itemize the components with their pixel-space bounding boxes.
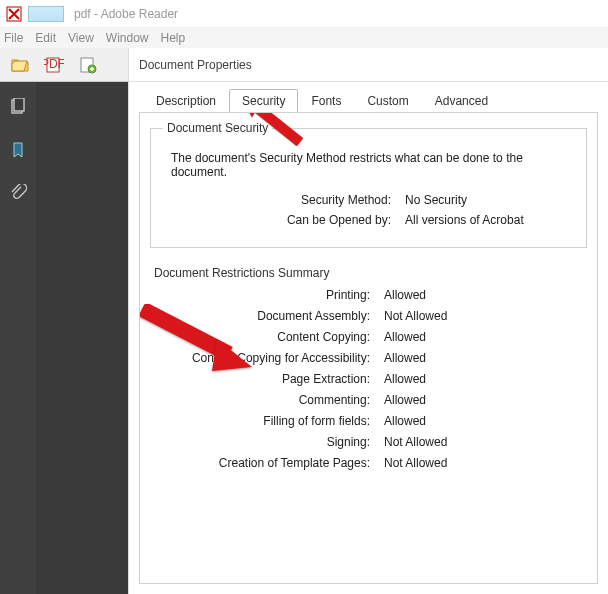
restriction-row: Document Assembly:Not Allowed (150, 309, 587, 323)
restrictions-list: Printing:AllowedDocument Assembly:Not Al… (150, 288, 587, 470)
menu-bar: File Edit View Window Help (0, 28, 608, 48)
restriction-row: Content Copying for Accessibility:Allowe… (150, 351, 587, 365)
menu-view[interactable]: View (68, 31, 94, 45)
opened-by-value: All versions of Acrobat (405, 213, 524, 227)
tab-custom[interactable]: Custom (354, 89, 421, 113)
tab-description[interactable]: Description (143, 89, 229, 113)
restriction-row: Creation of Template Pages:Not Allowed (150, 456, 587, 470)
document-properties-dialog: Document Properties Description Security… (128, 48, 608, 594)
toolbar: PDF (0, 48, 128, 82)
menu-edit[interactable]: Edit (35, 31, 56, 45)
restriction-row: Printing:Allowed (150, 288, 587, 302)
title-bar: pdf - Adobe Reader (0, 0, 608, 28)
restriction-label: Filling of form fields: (150, 414, 370, 428)
attachments-panel-icon[interactable] (9, 184, 27, 205)
restriction-value: Allowed (384, 351, 426, 365)
svg-rect-6 (14, 98, 24, 111)
opened-by-label: Can be Opened by: (171, 213, 391, 227)
restriction-label: Creation of Template Pages: (150, 456, 370, 470)
security-help-text: The document's Security Method restricts… (171, 151, 574, 179)
menu-help[interactable]: Help (161, 31, 186, 45)
save-pdf-button[interactable]: PDF (40, 52, 68, 78)
document-thumbnail (28, 6, 64, 22)
menu-file[interactable]: File (4, 31, 23, 45)
adobe-reader-icon (6, 6, 22, 22)
restriction-label: Content Copying for Accessibility: (150, 351, 370, 365)
restriction-label: Commenting: (150, 393, 370, 407)
svg-text:PDF: PDF (44, 57, 64, 71)
restriction-value: Not Allowed (384, 456, 447, 470)
create-pdf-button[interactable] (74, 52, 102, 78)
document-background (36, 82, 128, 594)
restriction-row: Signing:Not Allowed (150, 435, 587, 449)
tab-panel-security: Document Security The document's Securit… (139, 112, 598, 584)
restriction-label: Printing: (150, 288, 370, 302)
pages-panel-icon[interactable] (9, 98, 27, 119)
restriction-value: Allowed (384, 372, 426, 386)
tab-fonts[interactable]: Fonts (298, 89, 354, 113)
restriction-value: Allowed (384, 414, 426, 428)
restriction-label: Document Assembly: (150, 309, 370, 323)
restriction-value: Allowed (384, 330, 426, 344)
open-file-button[interactable] (6, 52, 34, 78)
bookmarks-panel-icon[interactable] (9, 141, 27, 162)
restriction-value: Allowed (384, 393, 426, 407)
tab-advanced[interactable]: Advanced (422, 89, 501, 113)
restriction-value: Not Allowed (384, 309, 447, 323)
navigation-pane (0, 82, 36, 594)
window-title: pdf - Adobe Reader (74, 7, 178, 21)
restriction-row: Filling of form fields:Allowed (150, 414, 587, 428)
restriction-label: Content Copying: (150, 330, 370, 344)
restriction-row: Content Copying:Allowed (150, 330, 587, 344)
restriction-row: Page Extraction:Allowed (150, 372, 587, 386)
document-security-group: Document Security The document's Securit… (150, 121, 587, 248)
restriction-row: Commenting:Allowed (150, 393, 587, 407)
restrictions-heading: Document Restrictions Summary (154, 266, 587, 280)
restriction-value: Not Allowed (384, 435, 447, 449)
menu-window[interactable]: Window (106, 31, 149, 45)
tab-security[interactable]: Security (229, 89, 298, 113)
restriction-label: Signing: (150, 435, 370, 449)
document-security-legend: Document Security (163, 121, 272, 135)
dialog-tabs: Description Security Fonts Custom Advanc… (129, 82, 608, 112)
dialog-title: Document Properties (129, 48, 608, 82)
security-method-label: Security Method: (171, 193, 391, 207)
restriction-label: Page Extraction: (150, 372, 370, 386)
security-method-value: No Security (405, 193, 467, 207)
restriction-value: Allowed (384, 288, 426, 302)
